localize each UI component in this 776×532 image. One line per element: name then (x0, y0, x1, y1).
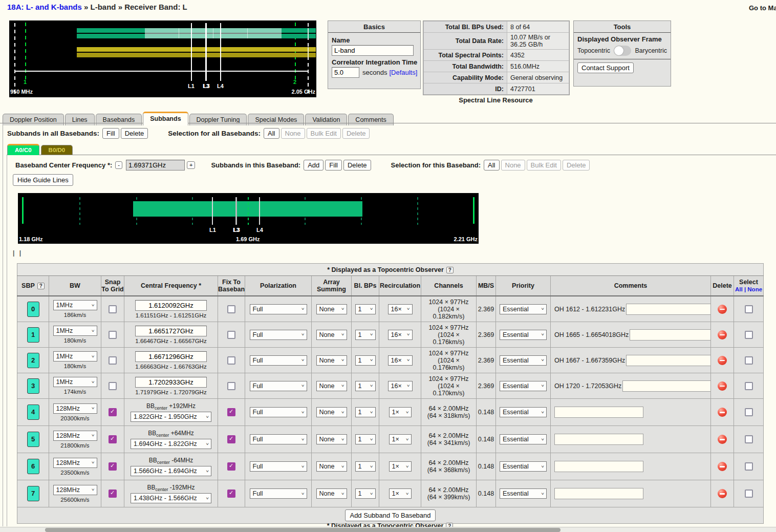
central-frequency-input[interactable] (135, 300, 207, 311)
recirculation-select[interactable]: 1×˅ (389, 488, 412, 499)
bulk-edit-button[interactable]: Bulk Edit (307, 128, 341, 139)
sbp-number-button[interactable]: 5 (27, 432, 39, 447)
snap-to-grid-checkbox[interactable] (109, 408, 117, 416)
frequency-decrement-button[interactable]: - (115, 161, 122, 169)
defaults-link[interactable]: [Defaults] (389, 69, 417, 76)
tab-validation[interactable]: Validation (305, 114, 347, 125)
select-all-button[interactable]: All (264, 128, 279, 139)
delete-subband-icon[interactable] (718, 435, 727, 444)
snap-to-grid-checkbox[interactable] (109, 435, 117, 443)
toggle-knob[interactable] (614, 46, 623, 55)
central-frequency-input[interactable] (135, 377, 207, 388)
cit-input[interactable] (332, 67, 359, 78)
tab-basebands[interactable]: Basebands (96, 114, 142, 125)
polarization-select[interactable]: Full˅ (250, 407, 307, 417)
delete-subband-icon[interactable] (718, 381, 727, 391)
central-frequency-select[interactable]: 1.566GHz - 1.694GHz˅ (131, 466, 211, 476)
recirculation-select[interactable]: 1×˅ (389, 434, 412, 444)
select-none-link[interactable]: None (747, 286, 762, 292)
fix-to-baseband-checkbox[interactable] (227, 305, 235, 313)
go-to-link[interactable]: Go to Ma (749, 4, 776, 12)
select-row-checkbox[interactable] (745, 356, 753, 365)
priority-select[interactable]: Essential˅ (500, 330, 547, 340)
bl-bps-select[interactable]: 1˅ (355, 434, 376, 444)
sbp-number-button[interactable]: 7 (27, 486, 39, 501)
bl-bps-select[interactable]: 1˅ (355, 355, 376, 366)
help-icon[interactable]: ? (446, 523, 453, 527)
bw-select[interactable]: 128MHz˅ (53, 458, 97, 468)
array-summing-select[interactable]: None˅ (316, 461, 347, 472)
frequency-increment-button[interactable]: + (187, 161, 195, 169)
central-frequency-input[interactable] (135, 326, 207, 336)
bl-bps-select[interactable]: 1˅ (355, 381, 376, 391)
help-icon[interactable]: ? (446, 267, 454, 273)
scrollbar-thumb[interactable] (45, 528, 561, 532)
comment-input[interactable] (630, 329, 710, 341)
add-subband-to-baseband-button[interactable]: Add Subband To Baseband (345, 509, 435, 521)
delete-subband-icon[interactable] (718, 462, 727, 471)
bw-select[interactable]: 128MHz˅ (53, 403, 97, 414)
array-summing-select[interactable]: None˅ (316, 488, 347, 499)
priority-select[interactable]: Essential˅ (500, 434, 547, 444)
bw-select[interactable]: 1MHz˅ (53, 377, 97, 387)
horizontal-scrollbar[interactable] (0, 527, 776, 532)
priority-select[interactable]: Essential˅ (500, 461, 547, 472)
polarization-select[interactable]: Full˅ (250, 488, 307, 499)
snap-to-grid-checkbox[interactable] (109, 490, 117, 498)
comment-input[interactable] (554, 461, 643, 472)
select-row-checkbox[interactable] (745, 435, 753, 443)
delete-selected-this-button[interactable]: Delete (563, 160, 590, 171)
tab-subbands[interactable]: Subbands (143, 112, 188, 125)
comment-input[interactable] (626, 355, 710, 366)
bw-select[interactable]: 1MHz˅ (53, 300, 97, 310)
add-subband-button[interactable]: Add (304, 160, 324, 171)
bw-select[interactable]: 128MHz˅ (53, 485, 97, 495)
snap-to-grid-checkbox[interactable] (109, 462, 117, 471)
polarization-select[interactable]: Full˅ (250, 304, 307, 314)
array-summing-select[interactable]: None˅ (316, 381, 347, 391)
tab-comments[interactable]: Comments (348, 114, 393, 125)
polarization-select[interactable]: Full˅ (250, 434, 307, 444)
delete-subband-icon[interactable] (718, 305, 727, 314)
bw-select[interactable]: 128MHz˅ (53, 431, 97, 441)
baseband-tab-b0d0[interactable]: B0/D0 (41, 145, 73, 155)
array-summing-select[interactable]: None˅ (316, 434, 347, 444)
baseband-center-frequency-input[interactable] (126, 160, 185, 171)
hide-guide-lines-button[interactable]: Hide Guide Lines (13, 174, 73, 186)
priority-select[interactable]: Essential˅ (500, 407, 547, 417)
sbp-number-button[interactable]: 1 (27, 327, 39, 343)
comment-input[interactable] (554, 434, 643, 445)
name-input[interactable] (332, 45, 414, 56)
select-row-checkbox[interactable] (745, 382, 753, 390)
fix-to-baseband-checkbox[interactable] (227, 356, 235, 365)
priority-select[interactable]: Essential˅ (500, 488, 547, 499)
select-none-this-button[interactable]: None (501, 160, 525, 171)
array-summing-select[interactable]: None˅ (316, 330, 347, 340)
delete-subband-icon[interactable] (718, 356, 727, 365)
sbp-number-button[interactable]: 3 (27, 378, 39, 394)
bl-bps-select[interactable]: 1˅ (355, 304, 376, 314)
snap-to-grid-checkbox[interactable] (109, 331, 117, 339)
bl-bps-select[interactable]: 1˅ (355, 330, 376, 340)
breadcrumb-project-link[interactable]: 18A: L- and K-bands (7, 3, 82, 11)
polarization-select[interactable]: Full˅ (250, 355, 307, 366)
bl-bps-select[interactable]: 1˅ (355, 407, 376, 417)
recirculation-select[interactable]: 1×˅ (389, 407, 412, 417)
contact-support-button[interactable]: Contact Support (577, 62, 634, 73)
delete-subband-icon[interactable] (718, 408, 727, 417)
polarization-select[interactable]: Full˅ (250, 381, 307, 391)
fix-to-baseband-checkbox[interactable] (227, 408, 235, 416)
fix-to-baseband-checkbox[interactable] (227, 435, 235, 443)
tab-doppler-tuning[interactable]: Doppler Tuning (189, 114, 247, 125)
select-none-button[interactable]: None (281, 128, 305, 139)
priority-select[interactable]: Essential˅ (500, 355, 547, 366)
tab-doppler-position[interactable]: Doppler Position (3, 114, 64, 125)
snap-to-grid-checkbox[interactable] (109, 305, 117, 313)
recirculation-select[interactable]: 16×˅ (388, 304, 413, 314)
fill-all-button[interactable]: Fill (102, 128, 119, 139)
bw-select[interactable]: 1MHz˅ (53, 351, 97, 361)
bw-select[interactable]: 1MHz˅ (53, 326, 97, 336)
recirculation-select[interactable]: 16×˅ (388, 381, 413, 391)
fill-subbands-button[interactable]: Fill (325, 160, 342, 171)
central-frequency-select[interactable]: 1.822GHz - 1.950GHz˅ (131, 412, 211, 422)
